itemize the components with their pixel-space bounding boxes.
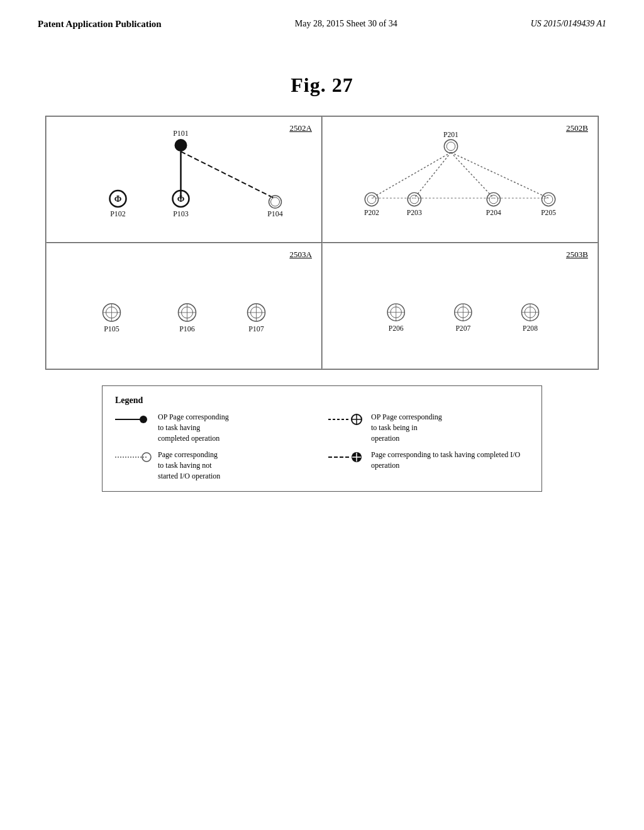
svg-point-26 [487,192,500,206]
legend-item-2: OP Page correspondingto task being inope… [328,412,529,443]
legend-symbol-1 [115,413,153,426]
legend-item-4: Page corresponding to task having comple… [328,450,529,481]
svg-text:P103: P103 [173,209,189,218]
svg-point-23 [367,195,376,204]
svg-text:P203: P203 [407,209,422,217]
svg-point-8 [271,197,280,206]
quadrant-2503b: 2503B P206 P207 P208 [322,243,598,369]
legend-grid: OP Page correspondingto task havingcompl… [115,412,529,482]
quadrant-label-2503a: 2503A [290,250,312,260]
legend-title: Legend [115,396,529,406]
svg-point-24 [408,192,421,206]
quadrant-2502a: 2502A Φ Φ P101 P102 P103 P104 [46,116,322,243]
svg-text:P201: P201 [443,131,458,139]
header-date-sheet: May 28, 2015 Sheet 30 of 34 [295,19,397,29]
svg-line-16 [451,152,548,198]
svg-line-13 [372,152,451,198]
svg-text:P208: P208 [523,324,538,333]
svg-text:P107: P107 [248,324,264,333]
diagram-2503b-svg: P206 P207 P208 [329,256,591,357]
legend-text-2: OP Page correspondingto task being inope… [371,412,442,443]
svg-text:P104: P104 [267,209,283,218]
svg-point-28 [541,192,555,206]
diagram-2502a-svg: Φ Φ P101 P102 P103 P104 [53,130,315,230]
legend-text-4: Page corresponding to task having comple… [371,450,529,471]
figure-title: Fig. 27 [0,74,644,97]
svg-text:P105: P105 [104,324,119,333]
page-header: Patent Application Publication May 28, 2… [0,0,644,36]
svg-line-0 [181,152,275,199]
legend-symbol-4 [328,451,366,463]
svg-point-25 [410,195,419,204]
legend-symbol-3 [115,451,153,463]
svg-text:P202: P202 [364,209,379,217]
diagram-2502b-svg: P201 P202 P203 P204 P205 [329,130,591,230]
svg-point-21 [447,142,455,151]
svg-line-15 [451,152,494,198]
svg-point-29 [544,195,553,204]
legend-item-1: OP Page correspondingto task havingcompl… [115,412,316,443]
quadrant-2502b: 2502B [322,116,598,243]
main-diagram: 2502A Φ Φ P101 P102 P103 P104 [45,116,599,370]
svg-point-27 [489,195,498,204]
svg-line-14 [414,152,451,198]
quadrant-label-2502b: 2502B [566,123,588,133]
header-patent-number: US 2015/0149439 A1 [531,19,606,29]
svg-text:Φ: Φ [114,194,122,204]
svg-text:P102: P102 [110,209,126,218]
svg-text:P207: P207 [455,324,470,333]
svg-text:P204: P204 [486,209,501,217]
legend-text-3: Page correspondingto task having notstar… [158,450,220,481]
legend-symbol-2 [328,413,366,426]
svg-text:P205: P205 [541,209,556,217]
quadrant-label-2503b: 2503B [566,250,588,260]
svg-text:P106: P106 [179,324,195,333]
quadrant-2503a: 2503A P105 P106 P107 [46,243,322,369]
quadrant-label-2502a: 2502A [290,123,312,133]
header-publication: Patent Application Publication [38,19,162,30]
svg-text:Φ: Φ [177,194,185,204]
legend-box: Legend OP Page correspondingto task havi… [102,385,542,492]
svg-text:P206: P206 [389,324,404,333]
svg-text:P101: P101 [173,130,189,138]
svg-point-66 [140,416,147,423]
legend-text-1: OP Page correspondingto task havingcompl… [158,412,229,443]
svg-point-2 [175,139,187,152]
diagram-2503a-svg: P105 P106 P107 [53,256,315,357]
svg-point-22 [365,192,378,206]
svg-point-20 [444,140,457,153]
legend-item-3: Page correspondingto task having notstar… [115,450,316,481]
